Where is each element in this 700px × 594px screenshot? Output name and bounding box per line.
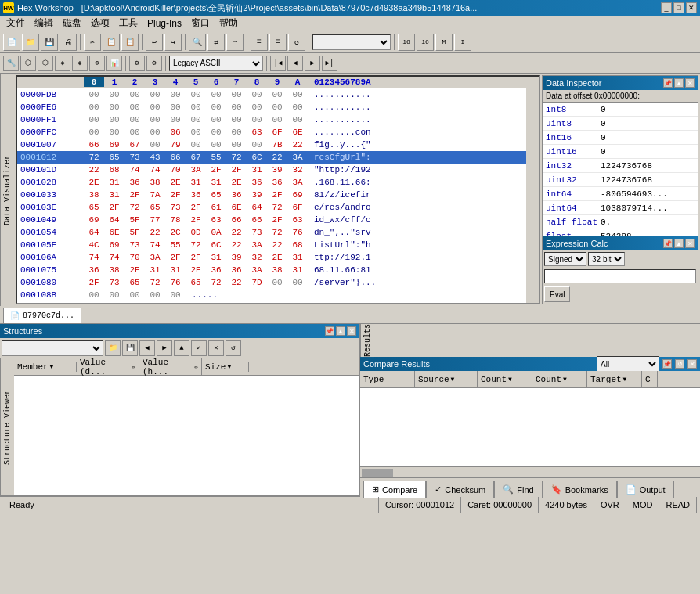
- expr-input[interactable]: [544, 269, 696, 283]
- compare-hscrollbar[interactable]: [360, 466, 700, 477]
- menu-help[interactable]: 帮助: [215, 15, 243, 31]
- hex-byte[interactable]: 00: [226, 140, 247, 149]
- hex-byte[interactable]: 00: [104, 115, 124, 124]
- hex-byte[interactable]: 38: [104, 265, 124, 275]
- compare2-btn[interactable]: ≡: [269, 34, 287, 51]
- hex-byte[interactable]: 00: [247, 103, 267, 112]
- expr-float-button[interactable]: ▲: [674, 239, 684, 248]
- hex-byte[interactable]: 72: [226, 153, 247, 162]
- hex-byte[interactable]: 73: [124, 240, 145, 250]
- hex-byte[interactable]: 73: [124, 153, 145, 162]
- struct-size-sort-icon[interactable]: ▼: [227, 363, 231, 370]
- hex-byte[interactable]: 67: [124, 140, 145, 149]
- hex-byte[interactable]: 00: [165, 90, 186, 99]
- hex-byte[interactable]: 00: [267, 103, 287, 112]
- hex-byte[interactable]: 2E: [267, 253, 287, 262]
- hex-byte[interactable]: 74: [84, 253, 104, 262]
- struct4-btn[interactable]: ◈: [72, 56, 88, 71]
- hex-byte[interactable]: 4C: [84, 240, 104, 250]
- hex-byte[interactable]: 39: [226, 253, 247, 262]
- hex-byte[interactable]: 36: [186, 190, 206, 200]
- signed-select[interactable]: Signed: [544, 252, 586, 266]
- hex-byte[interactable]: 00: [267, 90, 287, 99]
- hex-byte[interactable]: 7B: [267, 140, 287, 149]
- hex-byte[interactable]: 3A: [145, 253, 165, 262]
- nav-btn[interactable]: ⊕: [89, 56, 105, 71]
- hex-byte[interactable]: 77: [145, 215, 165, 225]
- goto-button[interactable]: →: [226, 34, 244, 51]
- compare-btn[interactable]: ≡: [251, 34, 268, 51]
- struct3-btn[interactable]: ◈: [55, 56, 70, 71]
- hex-byte[interactable]: 36: [226, 190, 247, 200]
- hex-byte[interactable]: 43: [145, 153, 165, 162]
- hex-byte[interactable]: 00: [145, 140, 165, 149]
- next-btn[interactable]: ▶: [305, 56, 320, 71]
- hex-byte[interactable]: 31: [206, 178, 226, 187]
- hex-byte[interactable]: 3A: [247, 240, 267, 250]
- menu-tools[interactable]: 工具: [114, 15, 143, 31]
- hex-byte[interactable]: 7A: [145, 190, 165, 200]
- hex-byte[interactable]: 00: [287, 103, 308, 112]
- menu-window[interactable]: 窗口: [186, 15, 215, 31]
- hex-byte[interactable]: 2F: [226, 165, 247, 175]
- hex-byte[interactable]: 22: [226, 240, 247, 250]
- hex-byte[interactable]: 00: [84, 128, 104, 137]
- compare-count1-sort-icon[interactable]: ▼: [508, 376, 512, 383]
- expr-pin-button[interactable]: 📌: [663, 239, 673, 248]
- hex-byte[interactable]: 65: [124, 278, 145, 287]
- hex-byte[interactable]: 36: [247, 178, 267, 187]
- hex-byte[interactable]: 5F: [124, 228, 145, 237]
- hex-byte[interactable]: 31: [104, 178, 124, 187]
- hex-byte[interactable]: 64: [247, 203, 267, 212]
- hex-byte[interactable]: 31: [287, 265, 308, 275]
- expr-close-button[interactable]: ✕: [685, 239, 695, 248]
- table-row[interactable]: 000103E652F7265732F616E64726Fe/res/andro: [17, 201, 526, 214]
- hex-byte[interactable]: 00: [206, 115, 226, 124]
- hex-byte[interactable]: 72: [124, 203, 145, 212]
- hex-byte[interactable]: 78: [165, 215, 186, 225]
- hex-byte[interactable]: 2F: [104, 203, 124, 212]
- table-row[interactable]: 000101272657343666755726C223AresCfgUrl":: [17, 151, 526, 164]
- hex-byte[interactable]: 2E: [186, 265, 206, 275]
- hex-byte[interactable]: 63: [287, 215, 308, 225]
- maximize-button[interactable]: □: [673, 2, 684, 13]
- hex-byte[interactable]: 2F: [186, 203, 206, 212]
- hex-byte[interactable]: 79: [165, 140, 186, 149]
- hex-byte[interactable]: 2F: [165, 253, 186, 262]
- tab-checksum[interactable]: ✓ Checksum: [426, 481, 494, 498]
- hex-byte[interactable]: 7D: [247, 278, 267, 287]
- hex-byte[interactable]: 00: [124, 290, 145, 300]
- hex-byte[interactable]: 2F: [124, 190, 145, 200]
- paste-button[interactable]: 📋: [121, 34, 139, 51]
- hex-byte[interactable]: 00: [186, 128, 206, 137]
- hex-byte[interactable]: 66: [226, 215, 247, 225]
- close-button[interactable]: ✕: [686, 2, 697, 13]
- table-row[interactable]: 000107536382E31312E36363A383168.11.66:81: [17, 264, 526, 276]
- hex-byte[interactable]: 36: [206, 265, 226, 275]
- hex-byte[interactable]: 00: [165, 290, 186, 300]
- hex-byte[interactable]: 2F: [186, 253, 206, 262]
- struct-close-button[interactable]: ✕: [347, 326, 356, 336]
- hex-byte[interactable]: 00: [287, 115, 308, 124]
- hex-byte[interactable]: 74: [145, 165, 165, 175]
- hex-byte[interactable]: 73: [165, 203, 186, 212]
- table-row[interactable]: 000106A7474703A2F2F3139322E31ttp://192.1: [17, 251, 526, 264]
- hex-16-btn[interactable]: 16: [398, 34, 415, 51]
- hex-byte[interactable]: 65: [104, 153, 124, 162]
- menu-file[interactable]: 文件: [2, 15, 30, 31]
- struct-valued-edit-icon[interactable]: ✏: [132, 363, 135, 370]
- hex-byte[interactable]: 2E: [84, 178, 104, 187]
- hex-byte[interactable]: 00: [226, 90, 247, 99]
- hex-byte[interactable]: 00: [104, 90, 124, 99]
- table-row[interactable]: 00010076669670079000000007B22fig..y...{": [17, 139, 526, 151]
- hex-byte[interactable]: 2F: [84, 278, 104, 287]
- hex-byte[interactable]: 00: [287, 278, 308, 287]
- hex-byte[interactable]: 6F: [267, 128, 287, 137]
- table-row[interactable]: 000103338312F7A2F366536392F6981/z/icefir: [17, 189, 526, 201]
- hex-byte[interactable]: 6C: [206, 240, 226, 250]
- hex-byte[interactable]: 39: [267, 165, 287, 175]
- table-row[interactable]: 0000FF10000000000000000000000...........: [17, 113, 526, 126]
- hex-byte[interactable]: 38: [84, 190, 104, 200]
- hex-byte[interactable]: 0A: [206, 228, 226, 237]
- hex-byte[interactable]: 65: [84, 203, 104, 212]
